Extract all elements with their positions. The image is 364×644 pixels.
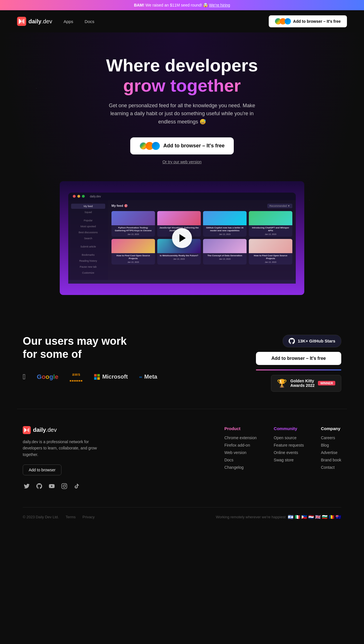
footer-top: daily.dev daily.dev is a professional ne… — [23, 426, 341, 490]
footer-brand: daily.dev daily.dev is a professional ne… — [23, 426, 108, 490]
social-proof-cta-button[interactable]: Add to browser – It's free — [256, 352, 341, 365]
winner-badge: WINNER — [318, 381, 335, 385]
flag-gb: 🇬🇧 — [315, 514, 321, 520]
social-proof-section: Our users may work for some of  Google … — [0, 312, 364, 409]
navbar: daily.dev Apps Docs Add to browser – It'… — [0, 10, 364, 32]
footer-brand-link[interactable]: Brand book — [321, 458, 341, 462]
product-heading: Product — [224, 426, 257, 431]
footer-logo-text: daily.dev — [33, 427, 57, 433]
github-social-icon[interactable] — [35, 482, 43, 490]
sidebar-mock-squad: Squad — [71, 210, 105, 215]
flag-il: 🇮🇱 — [288, 514, 293, 520]
footer-contact-link[interactable]: Contact — [321, 465, 341, 470]
footer-advertise-link[interactable]: Advertise — [321, 450, 341, 455]
feed-label: My feed 🎯 — [111, 204, 128, 208]
meta-logo: ∞ Meta — [139, 373, 157, 380]
footer-swag-link[interactable]: Swag store — [274, 458, 304, 462]
nav-cta-label: Add to browser – It's free — [293, 19, 341, 24]
card-7: The Concept of Data GenerationJan 13, 20… — [203, 239, 247, 265]
company-logos:  Google aws ▄▄▄▄▄▄ — [23, 372, 239, 381]
announcement-bar: BAM! We raised an $11M seed round! 🤯 We'… — [0, 0, 364, 10]
footer-bottom-left: © 2023 Daily Dev Ltd. Terms Privacy — [23, 515, 95, 519]
footer-add-button[interactable]: Add to browser — [23, 465, 61, 475]
footer-chrome-link[interactable]: Chrome extension — [224, 435, 257, 440]
mockup-url: daily.dev — [90, 195, 101, 198]
aws-logo: aws ▄▄▄▄▄▄ — [70, 372, 83, 381]
trophy-icon: 🏆 — [277, 379, 287, 388]
card-8: How to Find Cool Open Source ProjectsJan… — [249, 239, 292, 265]
footer-events-link[interactable]: Online events — [274, 450, 304, 455]
footer-bottom: © 2023 Daily Dev Ltd. Terms Privacy Work… — [23, 507, 341, 520]
hero-cta-button[interactable]: Add to browser – It's free — [130, 137, 233, 154]
sidebar-mock-history: Reading history — [71, 258, 105, 263]
microsoft-icon — [94, 374, 100, 380]
flag-icons: 🇮🇱 🇮🇹 🇵🇭 🇳🇱 🇬🇧 🇧🇬 🇷🇴 🇦🇺 — [288, 514, 341, 520]
terms-link[interactable]: Terms — [66, 515, 76, 519]
nav-left: daily.dev Apps Docs — [17, 17, 94, 26]
golden-kitty-text: Golden Kitty Awards 2022 — [290, 379, 315, 388]
nav-apps-link[interactable]: Apps — [63, 19, 73, 24]
nav-docs-link[interactable]: Docs — [85, 19, 94, 24]
card-1: Python Penetration Testing: Gathering HT… — [111, 211, 155, 237]
footer-firefox-link[interactable]: Firefox add-on — [224, 443, 257, 447]
svg-rect-4 — [97, 377, 100, 380]
footer-logo-icon — [23, 426, 31, 434]
footer-bottom-right: Working remotely wherever we're happiest… — [216, 514, 341, 520]
apple-logo:  — [23, 372, 26, 381]
video-preview: daily.dev My feed Squad Popular Most upv… — [60, 181, 304, 295]
instagram-icon[interactable] — [60, 482, 68, 490]
sidebar-mock-bookmarks: Bookmarks — [71, 252, 105, 257]
window-minimize-dot — [77, 195, 80, 198]
mockup-content: My feed 🎯 Recommended ▼ Python Penetrati… — [108, 200, 296, 280]
hero-cta-label: Add to browser – It's free — [163, 143, 224, 149]
youtube-icon[interactable] — [48, 482, 56, 490]
footer-changelog-link[interactable]: Changelog — [224, 465, 257, 470]
nav-cta-button[interactable]: Add to browser – It's free — [269, 15, 347, 27]
social-proof-inner: Our users may work for some of  Google … — [23, 335, 341, 392]
github-stars-label: 13K+ GitHub Stars — [298, 338, 335, 343]
social-proof-left: Our users may work for some of  Google … — [23, 335, 239, 381]
footer-product-col: Product Chrome extension Firefox add-on … — [224, 426, 257, 490]
footer-blog-link[interactable]: Blog — [321, 443, 341, 447]
footer-features-link[interactable]: Feature requests — [274, 443, 304, 447]
social-proof-heading: Our users may work for some of — [23, 335, 131, 361]
edge-icon — [152, 142, 160, 150]
sidebar-mock-submit: Submit article — [71, 244, 105, 249]
card-grid: Python Penetration Testing: Gathering HT… — [111, 211, 292, 265]
footer-web-link[interactable]: Web version — [224, 450, 257, 455]
hero-section: Where developers grow together Get one p… — [0, 32, 364, 312]
announcement-prefix: BAM! — [134, 3, 144, 7]
privacy-link[interactable]: Privacy — [82, 515, 95, 519]
sidebar-mock-feed: My feed — [71, 204, 105, 209]
flag-ph: 🇵🇭 — [301, 514, 307, 520]
svg-rect-3 — [94, 377, 97, 380]
hiring-link[interactable]: We're hiring — [209, 3, 230, 7]
github-badge: 13K+ GitHub Stars — [283, 335, 341, 347]
window-maximize-dot — [82, 195, 85, 198]
hero-headline-1: Where developers — [106, 55, 258, 75]
announcement-text: We raised an $11M seed round! 🤯 — [145, 3, 208, 7]
sidebar-mock-upvoted: Most upvoted — [71, 224, 105, 229]
footer-community-col: Community Open source Feature requests O… — [274, 426, 304, 490]
window-close-dot — [73, 195, 76, 198]
footer-careers-link[interactable]: Careers — [321, 435, 341, 440]
hero-heading: Where developers grow together — [11, 55, 353, 96]
play-icon — [179, 234, 186, 242]
flag-nl: 🇳🇱 — [308, 514, 314, 520]
tiktok-icon[interactable] — [73, 482, 81, 490]
mockup-sidebar: My feed Squad Popular Most upvoted Best … — [68, 200, 108, 280]
footer: daily.dev daily.dev is a professional ne… — [0, 409, 364, 531]
google-logo: Google — [37, 373, 59, 381]
play-button[interactable] — [172, 228, 192, 248]
logo[interactable]: daily.dev — [17, 17, 52, 26]
card-3: GitHub Copilot now has a better AI model… — [203, 211, 247, 237]
twitter-icon[interactable] — [23, 482, 31, 490]
golden-kitty-label: Golden Kitty Awards 2022 — [290, 379, 315, 388]
footer-opensource-link[interactable]: Open source — [274, 435, 304, 440]
footer-docs-link[interactable]: Docs — [224, 458, 257, 462]
sidebar-mock-popular: Popular — [71, 218, 105, 223]
progress-bar — [256, 370, 341, 370]
or-try-link[interactable]: Or try our web version — [11, 160, 353, 164]
card-5: How to Find Cool Open Source ProjectsJan… — [111, 239, 155, 265]
sidebar-mock-search: Search — [71, 236, 105, 241]
